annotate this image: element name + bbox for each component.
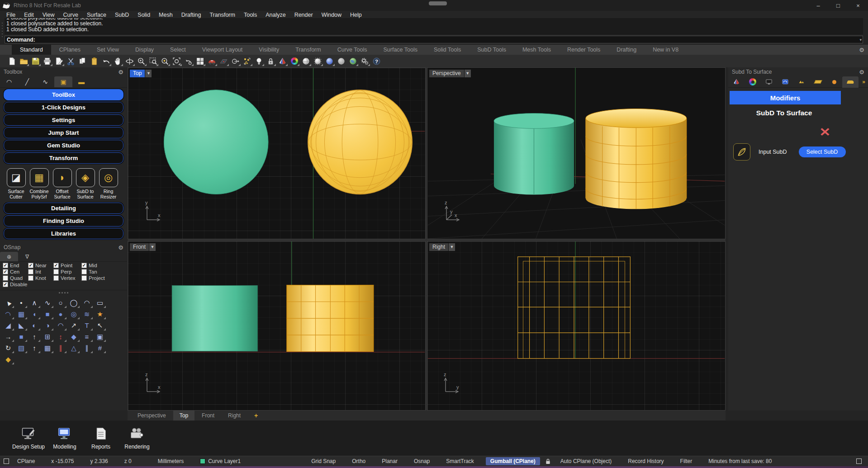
ribbon-tab-transform[interactable]: Transform (287, 45, 329, 55)
osnap-disable[interactable]: ✓Disable (3, 282, 57, 287)
torus-icon[interactable]: ◎ (67, 308, 80, 320)
viewport-right-chip[interactable]: Right ▼ (429, 243, 455, 251)
new-file-icon[interactable] (6, 56, 18, 66)
paste-icon[interactable] (89, 56, 100, 66)
osnap-panel-header[interactable]: OSnap ⚙ (0, 243, 127, 252)
undo-view-change-icon[interactable] (183, 56, 194, 66)
distribute-icon[interactable]: ↕ (54, 331, 67, 342)
toolbox-button-transform[interactable]: Transform (4, 152, 123, 164)
set-cplane-icon[interactable] (218, 56, 229, 66)
menu-window[interactable]: Window (322, 12, 342, 18)
curve-blue-icon[interactable]: ◠ (2, 308, 14, 320)
solid-box-icon[interactable]: ■ (15, 331, 28, 342)
status-planar[interactable]: Planar (374, 458, 406, 464)
render-icon[interactable] (300, 56, 312, 66)
right-panel-header[interactable]: Subd To Surface ⚙ (728, 67, 868, 76)
surface-wave-icon[interactable]: ≋ (81, 308, 93, 320)
trim-icon[interactable]: ◢ (2, 320, 14, 331)
checkbox-near[interactable]: ✓ (28, 263, 33, 268)
checkbox-disable[interactable]: ✓ (3, 282, 8, 287)
boolean-union-icon[interactable]: ◐ (28, 320, 41, 331)
menu-tools[interactable]: Tools (244, 12, 257, 18)
viewport-right-dropdown-icon[interactable]: ▼ (449, 243, 455, 251)
curve-tab[interactable]: ◠ (0, 76, 18, 87)
line-tab[interactable]: ╱ (18, 76, 36, 87)
ribbon-tab-drafting[interactable]: Drafting (608, 45, 645, 55)
status-grid-snap[interactable]: Grid Snap (303, 458, 344, 464)
render-mesh-icon[interactable] (312, 56, 323, 66)
toolbox-button-gem-studio[interactable]: Gem Studio (4, 140, 123, 151)
gold-gem-icon[interactable]: ◆ (2, 354, 14, 365)
menu-render[interactable]: Render (294, 12, 313, 18)
menu-solid[interactable]: Solid (138, 12, 150, 18)
print-icon[interactable] (42, 56, 53, 66)
ribbon-tab-new-in-v8[interactable]: New in V8 (645, 45, 687, 55)
checkbox-point[interactable]: ✓ (53, 263, 59, 268)
box-edit-icon[interactable]: ▧ (15, 342, 28, 354)
align-icon[interactable]: ≡ (81, 331, 93, 342)
curve-edit-tab[interactable]: ∿ (36, 76, 54, 87)
circle-icon[interactable]: ○ (54, 297, 67, 308)
osnap-tab[interactable]: ⊕ (0, 252, 18, 261)
menu-help[interactable]: Help (350, 12, 362, 18)
boolean-intersect-icon[interactable]: ◑ (41, 320, 54, 331)
osnap-point[interactable]: ✓Point (53, 263, 81, 268)
render-ghost-icon[interactable] (336, 56, 347, 66)
workflow-modelling[interactable]: Modelling (51, 421, 79, 456)
cut-icon[interactable] (65, 56, 76, 66)
osnap-project[interactable]: Project (81, 275, 109, 281)
checkbox-mid[interactable]: ✓ (81, 263, 87, 268)
open-file-icon[interactable] (18, 56, 29, 66)
toolbox-gear-icon[interactable]: ⚙ (118, 69, 123, 76)
workflow-reports[interactable]: Reports (87, 421, 115, 456)
viewport-perspective-chip[interactable]: Perspective ▼ (429, 70, 471, 77)
viewport-tab-perspective[interactable]: Perspective (131, 411, 172, 421)
shaded-pie-icon[interactable] (728, 76, 745, 88)
viewport-top-dropdown-icon[interactable]: ▼ (145, 70, 152, 77)
viewport-tab-front[interactable]: Front (195, 411, 221, 421)
undo-icon[interactable] (100, 56, 112, 66)
surface-bend-icon[interactable]: ◖ (28, 308, 41, 320)
modifiers-header[interactable]: Modifiers (730, 91, 841, 104)
pan-icon[interactable] (112, 56, 123, 66)
viewport-perspective-label[interactable]: Perspective (429, 70, 464, 77)
save-file-icon[interactable] (30, 56, 41, 66)
status-osnap[interactable]: Osnap (406, 458, 438, 464)
status-cplane[interactable]: CPlane (9, 458, 43, 464)
checkbox-cen[interactable]: ✓ (3, 269, 8, 274)
osnap-end[interactable]: ✓End (3, 263, 28, 268)
tool-tile-combine-polysrf[interactable]: ▦Combine PolySrf (28, 168, 50, 199)
ribbon-tab-set-view[interactable]: Set View (89, 45, 127, 55)
status-units[interactable]: Millimeters (150, 458, 192, 464)
status-window-icon[interactable] (4, 459, 9, 464)
gold-masks-icon[interactable] (793, 76, 810, 88)
checkbox-quad[interactable] (3, 275, 8, 281)
status-smarttrack[interactable]: SmartTrack (438, 458, 482, 464)
viewport-top-label[interactable]: Top (130, 70, 145, 77)
viewport-top[interactable]: Top ▼ (128, 67, 426, 239)
copy-icon[interactable] (77, 56, 88, 66)
earth-anchor-icon[interactable] (347, 56, 359, 66)
explode-icon[interactable]: ★ (94, 308, 106, 320)
ribbon-tab-curve-tools[interactable]: Curve Tools (329, 45, 375, 55)
add-viewport-tab[interactable]: + (248, 411, 264, 421)
checkbox-int[interactable] (28, 269, 33, 274)
ribbon-tab-render-tools[interactable]: Render Tools (559, 45, 608, 55)
sun-dot-icon[interactable] (826, 76, 842, 88)
menu-view[interactable]: View (43, 12, 55, 18)
osnap-vertex[interactable]: Vertex (53, 275, 81, 281)
ribbon-tab-surface-tools[interactable]: Surface Tools (375, 45, 426, 55)
osnap-cen[interactable]: ✓Cen (3, 269, 28, 274)
osnap-mid[interactable]: ✓Mid (81, 263, 109, 268)
curve-icon[interactable]: ∿ (41, 297, 54, 308)
help-icon[interactable]: ? (371, 56, 382, 66)
move-icon[interactable] (230, 56, 241, 66)
status-auto-cplane[interactable]: Auto CPlane (Object) (552, 458, 620, 464)
viewport-front-chip[interactable]: Front ▼ (130, 243, 156, 251)
menu-analyze[interactable]: Analyze (266, 12, 285, 18)
layer-plane-icon[interactable] (810, 76, 826, 88)
viewport-layout-icon[interactable] (194, 56, 206, 66)
checkbox-knot[interactable] (28, 275, 33, 281)
select-pointer-icon[interactable]: ▲ (2, 297, 14, 308)
render-preview-icon[interactable] (324, 56, 335, 66)
